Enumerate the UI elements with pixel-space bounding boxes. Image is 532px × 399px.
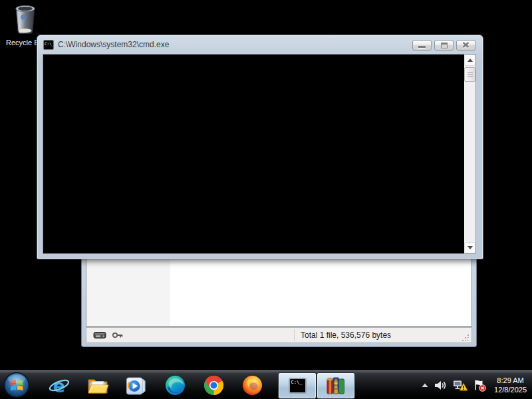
- system-tray: 8:29 AM 12/8/2025: [421, 376, 532, 394]
- volume-button[interactable]: [434, 380, 448, 391]
- windows-orb-icon: [3, 372, 30, 398]
- svg-text:e: e: [53, 376, 65, 396]
- statusbar-divider: [294, 329, 295, 341]
- winrar-status-text: Total 1 file, 536,576 bytes: [301, 331, 391, 340]
- firefox-icon: [241, 374, 263, 396]
- winrar-status-bar: Total 1 file, 536,576 bytes: [86, 327, 472, 343]
- taskbar-item-windows-media-player[interactable]: [117, 372, 156, 399]
- clock-date: 12/8/2025: [494, 385, 527, 394]
- taskbar-item-winrar[interactable]: [317, 372, 355, 399]
- taskbar-item-cmd[interactable]: C:\_: [278, 372, 317, 399]
- scrollbar-track[interactable]: [464, 82, 475, 242]
- arrow-up-icon: [467, 59, 473, 62]
- winrar-icon: [326, 376, 346, 396]
- show-hidden-icons-button[interactable]: [421, 382, 429, 388]
- speaker-icon: [434, 380, 448, 391]
- network-warning-icon: [452, 379, 468, 392]
- scroll-up-button[interactable]: [464, 55, 475, 66]
- taskbar-clock[interactable]: 8:29 AM 12/8/2025: [494, 376, 527, 394]
- resize-grip[interactable]: [462, 334, 470, 342]
- taskbar-item-internet-explorer[interactable]: e: [40, 372, 78, 399]
- drive-icon[interactable]: [93, 331, 106, 339]
- taskbar-item-windows-explorer[interactable]: [78, 372, 117, 399]
- cmd-window-title: C:\Windows\system32\cmd.exe: [58, 40, 169, 49]
- key-icon[interactable]: [112, 331, 124, 340]
- maximize-icon: [441, 43, 448, 49]
- cmd-icon: C:\_: [43, 40, 54, 50]
- scroll-down-button[interactable]: [464, 242, 475, 253]
- close-icon: [462, 42, 469, 49]
- console-area: [43, 54, 476, 254]
- close-button[interactable]: [456, 40, 475, 51]
- taskbar: e: [0, 370, 532, 399]
- taskbar-item-microsoft-edge[interactable]: [156, 372, 194, 399]
- recycle-bin-icon: [12, 3, 39, 35]
- clock-time: 8:29 AM: [494, 376, 527, 385]
- console-output[interactable]: [43, 55, 464, 253]
- edge-icon: [164, 374, 186, 396]
- cmd-taskbar-icon: C:\_: [289, 378, 307, 394]
- action-center-button[interactable]: [473, 379, 487, 392]
- taskbar-item-google-chrome[interactable]: [194, 372, 233, 399]
- cmd-window[interactable]: C:\_ C:\Windows\system32\cmd.exe: [37, 35, 483, 259]
- start-button[interactable]: [3, 371, 31, 399]
- arrow-down-icon: [467, 246, 473, 249]
- cmd-titlebar[interactable]: C:\_ C:\Windows\system32\cmd.exe: [37, 35, 483, 54]
- internet-explorer-icon: e: [48, 374, 70, 397]
- console-scrollbar[interactable]: [464, 55, 475, 253]
- folder-icon: [86, 375, 109, 396]
- maximize-button[interactable]: [434, 40, 454, 51]
- minimize-icon: [418, 46, 426, 48]
- chrome-icon: [203, 374, 225, 396]
- scrollbar-thumb[interactable]: [464, 67, 475, 82]
- taskbar-item-firefox[interactable]: [233, 372, 271, 399]
- chevron-up-icon: [421, 382, 429, 388]
- flag-alert-icon: [473, 379, 487, 392]
- minimize-button[interactable]: [412, 40, 432, 51]
- network-button[interactable]: [452, 379, 468, 392]
- media-player-icon: [125, 375, 148, 396]
